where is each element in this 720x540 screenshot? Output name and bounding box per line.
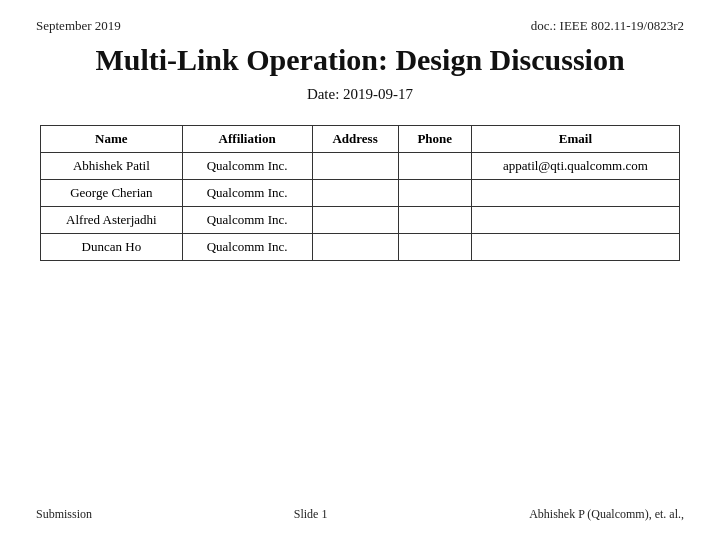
table-row: Alfred AsterjadhiQualcomm Inc. (41, 207, 680, 234)
cell-phone (398, 153, 471, 180)
col-header-address: Address (312, 126, 398, 153)
page-title: Multi-Link Operation: Design Discussion (36, 42, 684, 78)
cell-name: Abhishek Patil (41, 153, 183, 180)
page: September 2019 doc.: IEEE 802.11-19/0823… (0, 0, 720, 540)
table-header-row: Name Affiliation Address Phone Email (41, 126, 680, 153)
header-row: September 2019 doc.: IEEE 802.11-19/0823… (36, 18, 684, 34)
table-row: Abhishek PatilQualcomm Inc.appatil@qti.q… (41, 153, 680, 180)
cell-name: Duncan Ho (41, 234, 183, 261)
col-header-name: Name (41, 126, 183, 153)
col-header-affiliation: Affiliation (182, 126, 312, 153)
cell-email (471, 234, 679, 261)
cell-address (312, 180, 398, 207)
cell-phone (398, 234, 471, 261)
cell-name: Alfred Asterjadhi (41, 207, 183, 234)
cell-email (471, 207, 679, 234)
cell-phone (398, 207, 471, 234)
authors-table: Name Affiliation Address Phone Email Abh… (40, 125, 680, 261)
footer-submission: Submission (36, 507, 92, 522)
footer-slide: Slide 1 (92, 507, 529, 522)
cell-address (312, 153, 398, 180)
cell-affiliation: Qualcomm Inc. (182, 180, 312, 207)
col-header-phone: Phone (398, 126, 471, 153)
cell-email (471, 180, 679, 207)
table-row: Duncan HoQualcomm Inc. (41, 234, 680, 261)
table-row: George CherianQualcomm Inc. (41, 180, 680, 207)
cell-name: George Cherian (41, 180, 183, 207)
cell-address (312, 207, 398, 234)
cell-affiliation: Qualcomm Inc. (182, 207, 312, 234)
table-wrapper: Name Affiliation Address Phone Email Abh… (36, 125, 684, 261)
col-header-email: Email (471, 126, 679, 153)
header-date: September 2019 (36, 18, 121, 34)
cell-affiliation: Qualcomm Inc. (182, 234, 312, 261)
cell-email: appatil@qti.qualcomm.com (471, 153, 679, 180)
footer-row: Submission Slide 1 Abhishek P (Qualcomm)… (36, 497, 684, 522)
date-line: Date: 2019-09-17 (36, 86, 684, 103)
cell-phone (398, 180, 471, 207)
cell-affiliation: Qualcomm Inc. (182, 153, 312, 180)
header-doc: doc.: IEEE 802.11-19/0823r2 (531, 18, 684, 34)
footer-author: Abhishek P (Qualcomm), et. al., (529, 507, 684, 522)
cell-address (312, 234, 398, 261)
